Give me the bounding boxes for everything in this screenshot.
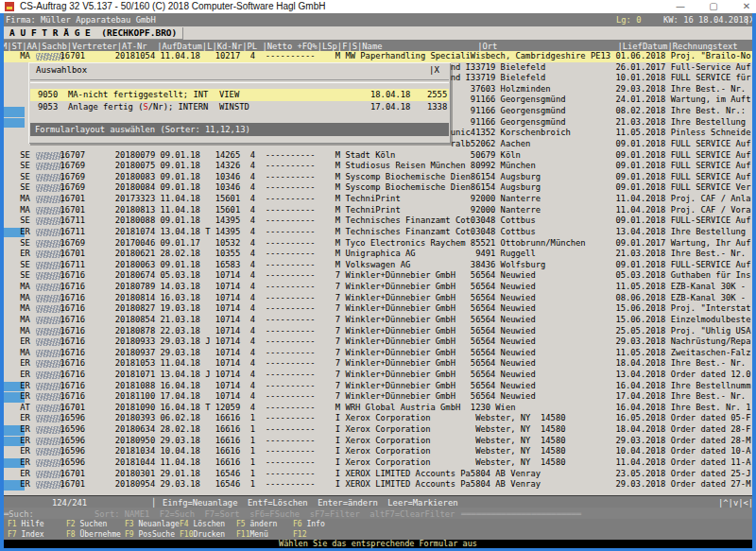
table-row[interactable]: MA 16716 20180937 29.03.18 10714 4 -----…	[0, 348, 752, 359]
row-text: MA 16716 20180814 16.03.18 10714 4 -----…	[0, 293, 756, 304]
table-row[interactable]: SE 16711 20180088 09.01.18 14395 4 -----…	[0, 215, 752, 227]
form-description: Anlage fertig (S/Nr); INTERN	[68, 101, 208, 113]
row-text: MA 16716 20180854 21.03.18 10714 4 -----…	[0, 315, 756, 326]
fkey-f3[interactable]: F3 Neuanlage	[125, 519, 180, 529]
row-text: MA 16701 20180813 11.04.18 15601 4 -----…	[0, 205, 756, 216]
table-row[interactable]: ER 16716 20180933 29.03.18 J 10714 4 ---…	[0, 336, 752, 348]
table-row[interactable]: MA 16701 20181054 11.04.18 10217 4 -----…	[0, 51, 752, 62]
table-row[interactable]: MA 16716 20180814 16.03.18 10714 4 -----…	[0, 293, 752, 304]
highlighted-letter: S	[143, 102, 147, 112]
row-text: ER 16701 20180301 29.01.18 16546 1 -----…	[0, 469, 756, 480]
row-text: ER 16596 20180634 28.02.18 16616 1 -----…	[0, 424, 756, 436]
dialog-title: Auswahlbox	[36, 65, 87, 75]
table-row[interactable]: ER 16596 20181044 11.04.18 16616 1 -----…	[0, 457, 752, 469]
table-row[interactable]: ER 16596 20181034 10.04.18 16616 1 -----…	[0, 446, 752, 457]
fkey-label: F7	[8, 530, 17, 539]
fkey-f11[interactable]: F11Menü	[236, 529, 268, 540]
window-frame-left	[0, 13, 4, 551]
table-row[interactable]: ER 16716 20181088 16.04.18 10714 4 -----…	[0, 381, 752, 392]
table-row[interactable]: MA 16716 20180789 14.03.18 10714 4 -----…	[0, 282, 752, 293]
row-text: SE 16769 20180083 09.01.18 10346 4 -----…	[0, 172, 756, 183]
table-row[interactable]: SE 16711 20180063 09.01.18 16583 4 -----…	[0, 260, 752, 271]
row-text: MA 16716 20180937 29.03.18 10714 4 -----…	[0, 348, 756, 359]
table-row[interactable]: SE 16769 20170046 09.01.17 10532 4 -----…	[0, 238, 752, 250]
table-row[interactable]: SE 16707 20180079 09.01.18 14265 4 -----…	[0, 150, 752, 162]
form-description: MA-nicht fertiggestellt; INT	[68, 89, 208, 101]
form-name: VIEW	[219, 89, 239, 101]
table-row[interactable]: ER 16716 20181071 13.04.18 J 10714 4 ---…	[0, 370, 752, 381]
row-text: ER 16596 20180393 06.02.18 16616 1 -----…	[0, 413, 756, 424]
message-bar: Wählen Sie das entsprechende Formular au…	[0, 540, 756, 548]
table-row[interactable]: ER 16716 20181053 11.04.18 10714 4 -----…	[0, 358, 752, 370]
row-text: ER 16716 20181088 16.04.18 10714 4 -----…	[0, 381, 756, 392]
form-date: 17.04.18	[370, 101, 410, 113]
dialog-separator	[30, 79, 449, 83]
form-code: 9053	[38, 101, 58, 113]
row-text: AT 16701 20181090 16.04.18 T 12059 4 ---…	[0, 403, 756, 414]
dialog-close-icon[interactable]: |X	[429, 65, 439, 75]
fkey-label: F10	[180, 530, 193, 539]
fkey-f6[interactable]: F6 Info	[293, 519, 325, 529]
fkey-label: F4	[180, 520, 189, 528]
table-row[interactable]: ER 16596 20180634 28.02.18 16616 1 -----…	[0, 424, 752, 436]
fkey-f2[interactable]: F2 Suchen	[66, 519, 107, 529]
fkey-f8[interactable]: F8 Übernehme	[66, 529, 121, 540]
form-code: 9050	[38, 89, 58, 101]
form-number: 1338	[427, 101, 447, 113]
row-text: SE 16707 20180079 09.01.18 14265 4 -----…	[0, 150, 756, 162]
table-row[interactable]: MA 16716 20180827 19.03.18 10714 4 -----…	[0, 303, 752, 315]
fkey-label: F6	[293, 520, 302, 528]
fkey-f5[interactable]: F5 ändern	[236, 519, 277, 529]
table-row[interactable]: ER 16596 20180950 29.03.18 16616 1 -----…	[0, 436, 752, 447]
fkey-f7[interactable]: F7 Index	[8, 529, 44, 540]
row-text: SE 16716 20180674 05.03.18 10714 4 -----…	[0, 270, 756, 282]
table-row[interactable]: SE 16769 20180083 09.01.18 10346 4 -----…	[0, 172, 752, 183]
row-text: ER 16596 20180950 29.03.18 16616 1 -----…	[0, 436, 756, 447]
fkey-f10[interactable]: F10Drucken	[180, 529, 225, 540]
fkey-label: F8	[66, 530, 76, 539]
row-text: SE 16711 20180088 09.01.18 14395 4 -----…	[0, 215, 756, 227]
status-message: Wählen Sie das entsprechende Formular au…	[0, 540, 756, 548]
table-row[interactable]: SE 16769 20180084 09.01.18 10346 4 -----…	[0, 182, 752, 194]
auswahlbox-dialog: Auswahlbox |X 9050MA-nicht fertiggestell…	[28, 62, 451, 144]
table-row[interactable]: ER 16701 20180301 29.01.18 16546 1 -----…	[0, 469, 752, 480]
row-text: ER 16716 20181071 13.04.18 J 10714 4 ---…	[0, 370, 756, 381]
table-row[interactable]: MA 16701 20180813 11.04.18 15601 4 -----…	[0, 205, 752, 216]
row-text: MA 16701 20173323 11.04.18 15601 4 -----…	[0, 194, 756, 205]
form-name: WINSTD	[219, 101, 249, 113]
form-date: 18.04.18	[370, 89, 410, 101]
row-text: ER 16701 20180621 28.02.18 10355 4 -----…	[0, 249, 756, 260]
table-row[interactable]: MA 16716 20180854 21.03.18 10714 4 -----…	[0, 315, 752, 326]
application-window: CS-Auftrag 32 V5.137 - 50/160 (C) 2018 C…	[0, 0, 756, 551]
dialog-list-item[interactable]: 9050MA-nicht fertiggestellt; INTVIEW18.0…	[30, 89, 449, 101]
dialog-list-item[interactable]: 9053Anlage fertig (S/Nr); INTERNWINSTD17…	[30, 101, 449, 113]
table-row[interactable]: MA 16716 20180878 22.03.18 10714 4 -----…	[0, 326, 752, 337]
dialog-status-text: Formularlayout auswählen (Sorter: 11,12,…	[35, 124, 250, 135]
table-row[interactable]: ER 16716 20181100 17.04.18 10714 4 -----…	[0, 391, 752, 403]
row-text: MA 16701 20181054 11.04.18 10217 4 -----…	[0, 51, 756, 62]
search-sort-bar: ═Such: Sort: NAME1 F2=Such F7=Sort sF6=F…	[0, 508, 756, 519]
table-row[interactable]: ER 16701 20180954 29.03.18 16546 1 -----…	[0, 479, 752, 491]
fkey-label: F2	[66, 520, 76, 528]
fkey-f1[interactable]: F1 Hilfe	[8, 519, 44, 529]
row-text: SE 16769 20180084 09.01.18 10346 4 -----…	[0, 182, 756, 194]
fkey-label: F12	[293, 530, 306, 539]
table-row[interactable]: MA 16701 20173323 11.04.18 15601 4 -----…	[0, 194, 752, 205]
fkey-label: F1	[8, 520, 17, 528]
table-row[interactable]: ER 16701 20180621 28.02.18 10355 4 -----…	[0, 249, 752, 260]
row-text: MA 16716 20180827 19.03.18 10714 4 -----…	[0, 303, 756, 315]
table-row[interactable]: ER 16596 20180393 06.02.18 16616 1 -----…	[0, 413, 752, 424]
status-bar: 124/241 │ Einfg=Neuanlage Entf=Löschen E…	[0, 495, 756, 508]
row-text: ER 16711 20181074 13.04.18 T 14395 4 ---…	[0, 227, 756, 238]
table-row[interactable]: ER 16711 20181074 13.04.18 T 14395 4 ---…	[0, 227, 752, 238]
fkey-f4[interactable]: F4 Löschen	[180, 519, 225, 529]
row-text: ER 16596 20181044 11.04.18 16616 1 -----…	[0, 457, 756, 469]
fkey-f9[interactable]: F9 PosSuche	[125, 529, 175, 540]
row-text: ER 16701 20180954 29.03.18 16546 1 -----…	[0, 479, 756, 491]
form-number: 2555	[427, 89, 447, 101]
window-frame-right[interactable]	[752, 13, 756, 551]
table-row[interactable]: SE 16716 20180674 05.03.18 10714 4 -----…	[0, 270, 752, 282]
fkey-label: F3	[125, 520, 134, 528]
table-row[interactable]: SE 16769 20180075 09.01.18 14326 4 -----…	[0, 161, 752, 172]
table-row[interactable]: AT 16701 20181090 16.04.18 T 12059 4 ---…	[0, 403, 752, 414]
